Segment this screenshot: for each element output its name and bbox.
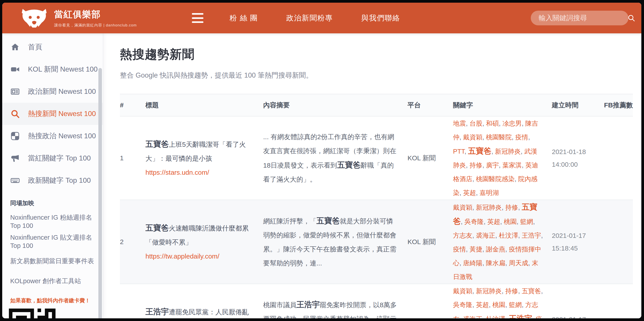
keyword-link[interactable]: 唐綺陽 — [463, 259, 482, 266]
keyword-link[interactable]: 籃網 — [509, 301, 522, 308]
keyword-separator: , — [521, 148, 524, 155]
keyword-separator: , — [541, 287, 543, 294]
keyword-link[interactable]: 英超 — [463, 189, 476, 196]
keyword-separator: , — [466, 162, 470, 169]
sidebar-item-label: 政治新聞 Newest 100 — [28, 87, 96, 97]
keyword-link[interactable]: 葉家淇 — [502, 162, 522, 169]
sidebar-item-keyboard[interactable]: 政新關鍵字 Top 100 — [2, 169, 103, 192]
keyword-link[interactable]: 戴資穎 — [463, 134, 482, 141]
news-url-link[interactable]: https://stars.udn.com/ — [146, 169, 209, 176]
keyword-link[interactable]: 持修 — [470, 162, 482, 169]
nav-political-fan-page[interactable]: 政治新聞粉專 — [286, 13, 333, 23]
created-timestamp: 2021-01-1714:56:15 — [552, 313, 598, 318]
keyword-link[interactable]: 持修 — [505, 287, 518, 294]
keyword-separator: , — [512, 134, 515, 141]
keyword-link[interactable]: 桃園 — [504, 218, 516, 225]
keyword-link[interactable]: 裘海正 — [463, 315, 482, 318]
nav-fan-page[interactable]: 粉 絲 團 — [230, 13, 258, 23]
created-time: 15:18:45 — [552, 242, 590, 254]
keyword-link[interactable]: 方志友 — [453, 232, 472, 239]
keyword-separator: , — [482, 259, 486, 266]
keyword-link[interactable]: 廣宇 — [486, 162, 499, 169]
keyword-link[interactable]: 桃園 — [492, 301, 505, 308]
keyword-separator: , — [482, 162, 486, 169]
nav-contact-us[interactable]: 與我們聯絡 — [361, 13, 400, 23]
col-created: 建立時間 — [552, 101, 598, 110]
keyword-separator: , — [522, 120, 525, 127]
news-url-link[interactable]: https://tw.appledaily.com/ — [146, 252, 220, 260]
keyword-link[interactable]: 杜汶澤 — [486, 315, 505, 318]
keyword-link[interactable]: 疫情 — [515, 134, 528, 141]
row-index: 1 — [120, 154, 146, 162]
keyword-link[interactable]: 桃園醫院 — [486, 134, 512, 141]
keyword-link[interactable]: 陳水扁 — [486, 259, 505, 266]
keyword-separator: , — [499, 162, 502, 169]
sidebar-extra-link[interactable]: Noxinfluencer IG 粉絲週排名 Top 100 — [2, 211, 103, 231]
keyword-link[interactable]: 吳奇隆 — [453, 301, 472, 308]
keyword-separator: , — [541, 232, 543, 239]
keyword-link[interactable]: 和碩 — [486, 120, 499, 127]
keyword-link[interactable]: 王浩宇 — [522, 232, 541, 239]
sidebar-item-megaphone[interactable]: 當紅關鍵字 Top 100 — [2, 147, 103, 169]
keyword-link[interactable]: 地震 — [453, 120, 466, 127]
keyword-link[interactable]: PTT — [453, 148, 464, 155]
keyword-link[interactable]: 戴資穎 — [453, 287, 472, 294]
sidebar-scrollbar-thumb[interactable] — [98, 68, 102, 318]
keyword-separator: , — [528, 259, 532, 266]
keyword-link[interactable]: 新冠肺炎 — [476, 204, 502, 211]
keyword-link[interactable]: 裘海正 — [476, 232, 495, 239]
sidebar-item-newspaper[interactable]: 政治新聞 Newest 100 — [2, 81, 103, 103]
donate-link[interactable]: 如果喜歡，點我抖內作者繳卡費！ — [10, 297, 103, 304]
col-fb-count: FB推薦數 — [598, 101, 633, 110]
keyword-link[interactable]: 王浩宇 — [509, 314, 532, 318]
keyword-link[interactable]: 桃園醫院感染 — [476, 175, 514, 182]
keyword-link[interactable]: 疫情 — [453, 246, 466, 253]
table-header-row: # 標題 內容摘要 平台 關鍵字 建立時間 FB推薦數 — [120, 94, 633, 117]
keyword-separator: , — [505, 246, 509, 253]
keyword-link[interactable]: 五寶爸 — [468, 147, 492, 155]
title-keyword-bold: 五寶爸 — [146, 140, 169, 148]
keyword-separator: , — [482, 134, 486, 141]
summary-keyword-bold: 五寶爸 — [316, 216, 340, 225]
keyword-link[interactable]: 持修 — [505, 204, 518, 211]
sidebar-item-search[interactable]: 熱搜新聞 Newest 100 — [2, 103, 103, 125]
top-navigation: 粉 絲 團 政治新聞粉專 與我們聯絡 — [230, 13, 400, 23]
keyword-link[interactable]: 新冠肺炎 — [495, 148, 521, 155]
qr-code — [9, 308, 56, 318]
sidebar-item-grid[interactable]: 熱搜政治 Newest 100 — [2, 125, 103, 147]
keyword-link[interactable]: 凃忠男 — [502, 120, 522, 127]
hamburger-menu-icon[interactable] — [192, 13, 204, 23]
keyword-link[interactable]: 籃網 — [520, 218, 533, 225]
keyword-link[interactable]: 黃捷 — [470, 246, 482, 253]
keyword-link[interactable]: 台股 — [470, 120, 482, 127]
created-time: 14:00:00 — [552, 158, 590, 171]
sidebar-extra-link[interactable]: 新文易數新聞當日重要事件表 — [2, 251, 103, 271]
keyword-separator: , — [482, 315, 486, 318]
keyword-link[interactable]: 周天成 — [509, 259, 528, 266]
keyword-link[interactable]: 五寶爸 — [522, 287, 541, 294]
brand[interactable]: 當紅俱樂部 讓你看見，滿滿的當紅內容 | danhonclub.com — [20, 8, 137, 28]
sidebar-item-home[interactable]: 首頁 — [2, 36, 103, 58]
search-icon[interactable] — [627, 14, 635, 22]
sidebar-item-video[interactable]: KOL 新聞 Newest 100 — [2, 58, 103, 81]
keyword-separator: , — [516, 218, 520, 225]
keyword-link[interactable]: 英超 — [476, 301, 489, 308]
sidebar-item-label: 政新關鍵字 Top 100 — [28, 176, 91, 185]
title-keyword-bold: 五寶爸 — [146, 223, 169, 232]
sidebar-section-label: 同場加映 — [2, 192, 103, 211]
keyword-separator: , — [518, 204, 522, 211]
keyword-link[interactable]: 謝金燕 — [486, 246, 505, 253]
sidebar-extra-link[interactable]: Noxinfluencer IG 貼文週排名 Top 100 — [2, 231, 103, 251]
sidebar-item-label: 熱搜新聞 Newest 100 — [28, 109, 96, 119]
keyword-link[interactable]: 戴資穎 — [453, 204, 472, 211]
brand-tagline: 讓你看見，滿滿的當紅內容 | danhonclub.com — [54, 23, 137, 28]
keyword-separator: , — [505, 315, 509, 318]
keyword-link[interactable]: 英超 — [487, 218, 500, 225]
keyword-link[interactable]: 吳奇隆 — [464, 218, 484, 225]
keyword-link[interactable]: 新冠肺炎 — [476, 287, 502, 294]
keyword-link[interactable]: 嘉明湖 — [480, 189, 499, 196]
search-input[interactable] — [539, 14, 627, 22]
sidebar-extra-link[interactable]: KOLpower 創作者工具站 — [2, 271, 103, 291]
home-icon — [10, 42, 20, 52]
keyword-link[interactable]: 杜汶澤 — [499, 232, 518, 239]
